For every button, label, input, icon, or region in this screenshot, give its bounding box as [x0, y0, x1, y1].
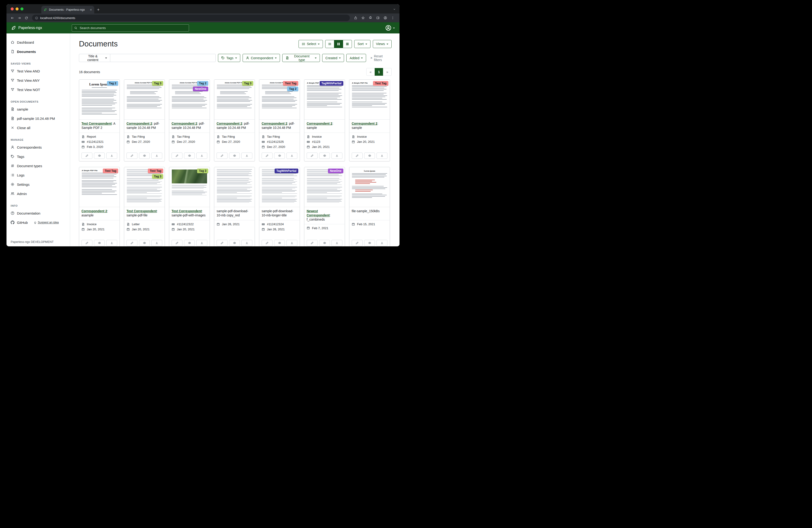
preview-document-button[interactable]: [229, 153, 240, 159]
correspondent-link[interactable]: Correspondent 2: [172, 122, 197, 125]
download-document-button[interactable]: [332, 153, 343, 159]
sidebar-item-test-view-any[interactable]: Test View ANY: [6, 76, 70, 85]
filter-field-dropdown[interactable]: Title & content: [79, 54, 110, 62]
search-input[interactable]: [79, 26, 186, 30]
download-document-button[interactable]: [377, 153, 388, 159]
download-document-button[interactable]: [151, 240, 162, 246]
browser-tab[interactable]: Documents - Paperless-ngx ×: [41, 6, 94, 13]
tag-badge[interactable]: Tag 2: [287, 87, 298, 91]
preview-document-button[interactable]: [139, 153, 150, 159]
download-document-button[interactable]: [106, 240, 117, 246]
edit-document-button[interactable]: [352, 153, 363, 159]
sidebar-item-github[interactable]: GitHub Suggest an idea: [6, 218, 70, 227]
sidebar-item-documents[interactable]: Documents: [6, 47, 70, 56]
sidebar-item-settings[interactable]: Settings: [6, 180, 70, 189]
correspondent-link[interactable]: Correspondent 2: [352, 122, 377, 125]
preview-document-button[interactable]: [364, 153, 375, 159]
tag-badge[interactable]: Tag 2: [107, 81, 118, 86]
browser-menu-icon[interactable]: [389, 16, 396, 19]
sidebar-item-test-view-not[interactable]: Test View NOT: [6, 85, 70, 94]
correspondent-link[interactable]: Newest Correspondent: [307, 210, 330, 217]
preview-document-button[interactable]: [229, 240, 240, 246]
correspondent-link[interactable]: Correspondent 2: [307, 122, 332, 125]
added-filter-button[interactable]: Added: [346, 54, 366, 62]
sidebar-item-tags[interactable]: Tags: [6, 152, 70, 161]
download-document-button[interactable]: [377, 240, 388, 246]
correspondent-link[interactable]: Correspondent 2: [82, 210, 107, 213]
list-view-button[interactable]: [325, 40, 334, 48]
sidebar-item-correspondents[interactable]: Correspondents: [6, 143, 70, 152]
correspondent-link[interactable]: Test Correspondent: [82, 122, 112, 125]
filter-text-input[interactable]: [110, 54, 216, 62]
preview-document-button[interactable]: [94, 240, 105, 246]
edit-document-button[interactable]: [127, 153, 137, 159]
sidebar-item-logs[interactable]: Logs: [6, 170, 70, 180]
window-close-button[interactable]: [11, 8, 14, 11]
tag-badge[interactable]: Tag 3: [242, 81, 253, 86]
sidebar-item-sample[interactable]: sample: [6, 104, 70, 114]
document-thumbnail[interactable]: NewOne: [304, 167, 345, 207]
tag-badge[interactable]: Test Tag: [373, 81, 388, 86]
tag-badge[interactable]: Tag 2: [197, 81, 208, 86]
preview-document-button[interactable]: [274, 153, 285, 159]
document-thumbnail[interactable]: Adobe Acrobat PDF Files Test TagTag 2: [259, 80, 300, 119]
edit-document-button[interactable]: [172, 240, 183, 246]
pagination-page-1[interactable]: 1: [375, 68, 383, 76]
sidebar-item-close-all[interactable]: Close all: [6, 123, 70, 132]
download-document-button[interactable]: [287, 153, 298, 159]
tag-badge[interactable]: Tag 3: [152, 174, 163, 179]
document-thumbnail[interactable]: A Simple PDF File Test Tag: [79, 167, 119, 207]
select-button[interactable]: Select: [299, 40, 323, 48]
tag-badge[interactable]: Tag 3: [152, 81, 163, 86]
sidebar-item-document-types[interactable]: Document types: [6, 161, 70, 170]
document-thumbnail[interactable]: Adobe Acrobat PDF Files Tag 3: [124, 80, 164, 119]
edit-document-button[interactable]: [82, 153, 92, 159]
document-thumbnail[interactable]: TagWithPartial: [259, 167, 300, 207]
reload-button[interactable]: [23, 16, 30, 20]
correspondent-link[interactable]: Test Correspondent: [127, 210, 157, 213]
tag-badge[interactable]: NewOne: [328, 169, 343, 173]
address-bar[interactable]: localhost:4200/documents: [32, 15, 350, 21]
created-filter-button[interactable]: Created: [322, 54, 344, 62]
sidebar-item-dashboard[interactable]: Dashboard: [6, 38, 70, 47]
user-menu[interactable]: [385, 25, 395, 31]
window-zoom-button[interactable]: [20, 8, 24, 11]
download-document-button[interactable]: [242, 153, 252, 159]
edit-document-button[interactable]: [352, 240, 363, 246]
download-document-button[interactable]: [242, 240, 252, 246]
site-info-icon[interactable]: [35, 16, 38, 19]
edit-document-button[interactable]: [82, 240, 92, 246]
extensions-icon[interactable]: [367, 16, 374, 19]
tags-filter-button[interactable]: Tags: [218, 54, 240, 62]
tag-badge[interactable]: TagWithPartial: [275, 169, 298, 173]
download-document-button[interactable]: [197, 240, 207, 246]
edit-document-button[interactable]: [172, 153, 183, 159]
edit-document-button[interactable]: [262, 240, 273, 246]
document-thumbnail[interactable]: A Simple PDF File Test Tag: [349, 80, 390, 119]
download-document-button[interactable]: [106, 153, 117, 159]
document-thumbnail[interactable]: Lorem Ipsum Tag 2: [79, 80, 119, 119]
download-document-button[interactable]: [332, 240, 343, 246]
document-thumbnail[interactable]: A Simple PDF File TagWithPartial: [304, 80, 345, 119]
tag-badge[interactable]: Test Tag: [283, 81, 298, 86]
side-panel-icon[interactable]: [374, 16, 381, 19]
document-thumbnail[interactable]: Adobe Acrobat PDF Files Tag 2NewOne: [169, 80, 209, 119]
download-document-button[interactable]: [151, 153, 162, 159]
share-icon[interactable]: [352, 16, 359, 19]
edit-document-button[interactable]: [127, 240, 137, 246]
pagination-prev[interactable]: «: [366, 68, 375, 76]
correspondent-link[interactable]: Correspondent 2: [127, 122, 152, 125]
profile-avatar-icon[interactable]: [382, 16, 389, 19]
document-type-filter-button[interactable]: Document type: [282, 54, 320, 62]
document-thumbnail[interactable]: Adobe Acrobat PDF Files Tag 3: [214, 80, 255, 119]
tab-search-icon[interactable]: [393, 8, 396, 11]
sidebar-item-test-view-and[interactable]: Test View AND: [6, 67, 70, 76]
tag-badge[interactable]: Test Tag: [148, 169, 163, 173]
document-thumbnail[interactable]: Test TagTag 3: [124, 167, 164, 207]
preview-document-button[interactable]: [184, 240, 195, 246]
edit-document-button[interactable]: [217, 240, 228, 246]
forward-button[interactable]: [16, 16, 23, 20]
detail-view-button[interactable]: [343, 40, 352, 48]
sidebar-item-documentation[interactable]: Documentation: [6, 209, 70, 218]
pagination-next[interactable]: »: [383, 68, 392, 76]
